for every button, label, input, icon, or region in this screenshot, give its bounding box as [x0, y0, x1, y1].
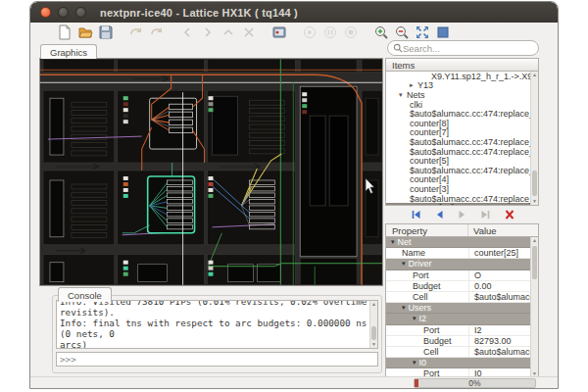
fpga-layout-svg — [40, 59, 382, 285]
window-maximize-button[interactable] — [75, 7, 86, 18]
property-value: 82793.00 — [468, 336, 538, 346]
redo-a-icon[interactable] — [127, 24, 144, 41]
new-file-icon[interactable] — [56, 24, 73, 41]
property-name: Port — [386, 270, 468, 280]
tree-item[interactable]: counter[8] — [386, 119, 538, 128]
search-input[interactable] — [403, 43, 520, 54]
console-input[interactable]: >>> — [56, 352, 378, 367]
app-window: nextpnr-ice40 - Lattice HX1K ( tq144 ) G… — [29, 1, 559, 389]
property-row[interactable]: Budget82793.00 — [386, 336, 538, 347]
play-icon[interactable] — [301, 24, 318, 41]
zoom-in-icon[interactable] — [372, 24, 389, 41]
expander-open-icon[interactable]: ▾ — [402, 304, 406, 312]
small-up-icon[interactable] — [220, 24, 236, 41]
tree-item[interactable]: counter[5] — [386, 156, 538, 166]
stop-icon[interactable] — [342, 24, 359, 41]
tree-item-label: Y13 — [417, 80, 433, 90]
expander-open-icon[interactable]: ▾ — [413, 315, 416, 322]
first-item-button[interactable] — [409, 209, 421, 221]
tree-item[interactable]: ▸Y13 — [386, 81, 538, 91]
property-group-row[interactable]: ▾Driver — [386, 259, 538, 270]
property-group-row[interactable]: ▾I0 — [386, 358, 538, 368]
property-group-row[interactable]: ▾I2 — [386, 314, 538, 324]
tree-item-label: X9.Y11.sp12_h_r_1.->.X9.Y... — [431, 72, 539, 81]
redo-b-icon[interactable] — [148, 24, 165, 41]
small-x-icon[interactable] — [240, 24, 257, 41]
expander-open-icon[interactable]: ▾ — [391, 238, 395, 246]
property-value: counter[25] — [468, 248, 538, 258]
tree-item-label: $auto$alumacc.cc:474:replace_al... — [410, 194, 539, 204]
property-name: Budget — [386, 336, 468, 346]
expander-closed-icon[interactable]: ▸ — [410, 81, 417, 89]
tree-item[interactable]: counter[3] — [386, 184, 538, 194]
tree-item-label: counter[8] — [410, 119, 449, 128]
expander-open-icon[interactable]: ▾ — [399, 91, 407, 99]
property-group-label: I0 — [419, 358, 427, 368]
tree-item[interactable]: $auto$alumacc.cc:474:replace_al... — [386, 109, 538, 119]
zoom-outbound-icon[interactable] — [434, 24, 451, 41]
property-name: Name — [386, 248, 468, 258]
console-scrollbar[interactable]: ▲ ▼ — [369, 301, 377, 348]
search-box — [387, 40, 539, 56]
property-row[interactable]: PortI2 — [386, 325, 538, 336]
items-scrollbar[interactable]: ▲ ▼ — [530, 72, 538, 205]
tab-graphics[interactable]: Graphics — [40, 44, 97, 59]
tree-item-label: counter[5] — [410, 156, 449, 166]
property-name: Port — [386, 325, 468, 335]
save-file-icon[interactable] — [97, 24, 114, 41]
toolbar — [30, 23, 558, 42]
tree-item[interactable]: $auto$alumacc.cc:474:replace_al... — [386, 147, 538, 157]
property-row[interactable]: Budget0.00 — [386, 281, 538, 292]
property-value: $auto$alumacc.cc... — [468, 347, 538, 357]
tree-item-label: $auto$alumacc.cc:474:replace_al... — [410, 109, 539, 119]
tree-item[interactable]: $auto$alumacc.cc:474:replace_al... — [386, 166, 538, 175]
tree-item[interactable]: $auto$alumacc.cc:474:replace_al... — [386, 137, 538, 147]
window-title: nextpnr-ice40 - Lattice HX1K ( tq144 ) — [100, 7, 298, 19]
property-name: Cell — [386, 347, 468, 357]
progress-bar: 0% — [414, 378, 536, 388]
tree-item-label: $auto$alumacc.cc:474:replace_al... — [410, 137, 539, 147]
property-group-label: Users — [409, 303, 432, 313]
tree-item[interactable]: $auto$alumacc.cc:474:replace_al... — [386, 194, 538, 204]
tree-item[interactable]: counter[4] — [386, 175, 538, 185]
last-item-button[interactable] — [479, 209, 492, 221]
tree-item-label: counter[7] — [410, 127, 449, 137]
zoom-out-icon[interactable] — [393, 24, 410, 41]
property-name: Budget — [386, 281, 468, 291]
property-group-row[interactable]: ▾Users — [386, 303, 538, 314]
tree-item[interactable]: ▾Nets — [386, 90, 538, 100]
tab-console[interactable]: Console — [58, 287, 112, 302]
properties-header: Property Value — [385, 223, 539, 237]
titlebar[interactable]: nextpnr-ice40 - Lattice HX1K ( tq144 ) — [30, 2, 558, 23]
window-close-button[interactable] — [40, 7, 51, 18]
fpga-canvas[interactable] — [39, 58, 383, 286]
property-group-label: Driver — [409, 259, 432, 269]
properties-scrollbar[interactable]: ▲ ▼ — [530, 237, 538, 377]
property-group-row[interactable]: ▾Net — [386, 237, 538, 248]
small-next-icon[interactable] — [199, 24, 216, 41]
expander-open-icon[interactable]: ▾ — [402, 260, 406, 268]
tree-item[interactable]: counter[7] — [386, 128, 538, 138]
property-column-header: Property — [386, 224, 468, 236]
screenshot-icon[interactable] — [270, 24, 287, 41]
zoom-selection-icon[interactable] — [414, 24, 430, 41]
property-group-label: I2 — [419, 314, 427, 323]
property-row[interactable]: Cell$auto$alumacc.cc... — [386, 347, 538, 358]
property-row[interactable]: PortO — [386, 270, 538, 281]
window-minimize-button[interactable] — [58, 7, 69, 18]
tree-item[interactable]: clki — [386, 100, 538, 110]
expander-open-icon[interactable]: ▾ — [413, 359, 416, 367]
statusbar: 0% — [30, 376, 558, 388]
property-row[interactable]: Cell$auto$alumacc.cc... — [386, 292, 538, 303]
prev-item-button[interactable] — [432, 209, 445, 221]
tree-item[interactable]: X9.Y11.sp12_h_r_1.->.X9.Y... — [386, 72, 538, 81]
next-item-button[interactable] — [456, 209, 468, 221]
open-file-icon[interactable] — [76, 24, 93, 41]
small-prev-icon[interactable] — [178, 24, 195, 41]
desktop: nextpnr-ice40 - Lattice HX1K ( tq144 ) G… — [0, 0, 588, 392]
property-row[interactable]: Namecounter[25] — [386, 248, 538, 259]
tree-item-label: clki — [410, 100, 422, 110]
clear-item-button[interactable] — [503, 209, 515, 221]
pause-icon[interactable] — [321, 24, 338, 41]
items-panel-header: Items — [385, 58, 539, 72]
